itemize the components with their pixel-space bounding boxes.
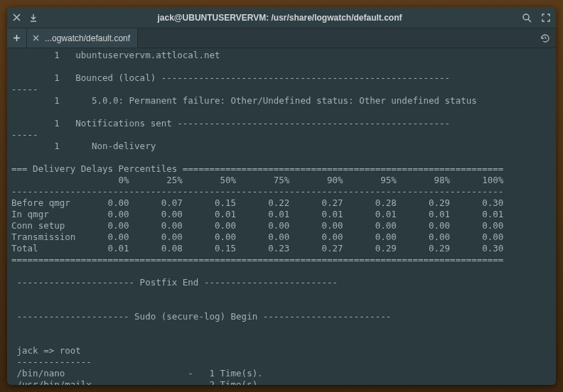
search-icon[interactable]	[522, 13, 532, 23]
download-icon[interactable]	[29, 13, 38, 22]
tab-label: ...ogwatch/default.conf	[45, 33, 130, 43]
new-tab-button[interactable]	[7, 28, 27, 48]
fullscreen-icon[interactable]	[542, 13, 550, 22]
terminal-window: jack@UBUNTUSERVERVM: /usr/share/logwatch…	[7, 7, 556, 385]
tab-default-conf[interactable]: ...ogwatch/default.conf	[27, 28, 138, 48]
history-icon[interactable]	[535, 28, 556, 48]
window-title: jack@UBUNTUSERVERVM: /usr/share/logwatch…	[38, 13, 522, 23]
close-icon[interactable]	[13, 13, 21, 21]
tab-bar: ...ogwatch/default.conf	[7, 28, 556, 48]
tab-close-icon[interactable]	[33, 35, 39, 41]
svg-point-0	[523, 14, 529, 20]
titlebar: jack@UBUNTUSERVERVM: /usr/share/logwatch…	[7, 7, 556, 28]
terminal-output[interactable]: 1 ubuntuservervm.attlocal.net 1 Bounced …	[7, 48, 556, 385]
terminal-text: 1 ubuntuservervm.attlocal.net 1 Bounced …	[11, 50, 503, 385]
